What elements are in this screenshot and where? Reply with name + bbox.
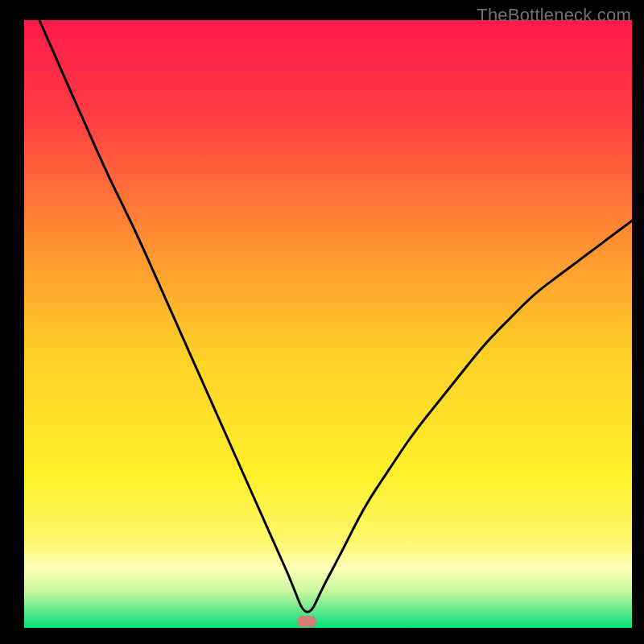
plot-area <box>24 20 632 628</box>
bottleneck-curve <box>24 20 632 628</box>
chart-frame: TheBottleneck.com <box>0 0 644 644</box>
optimum-marker <box>297 616 316 627</box>
attribution-label: TheBottleneck.com <box>477 5 631 26</box>
